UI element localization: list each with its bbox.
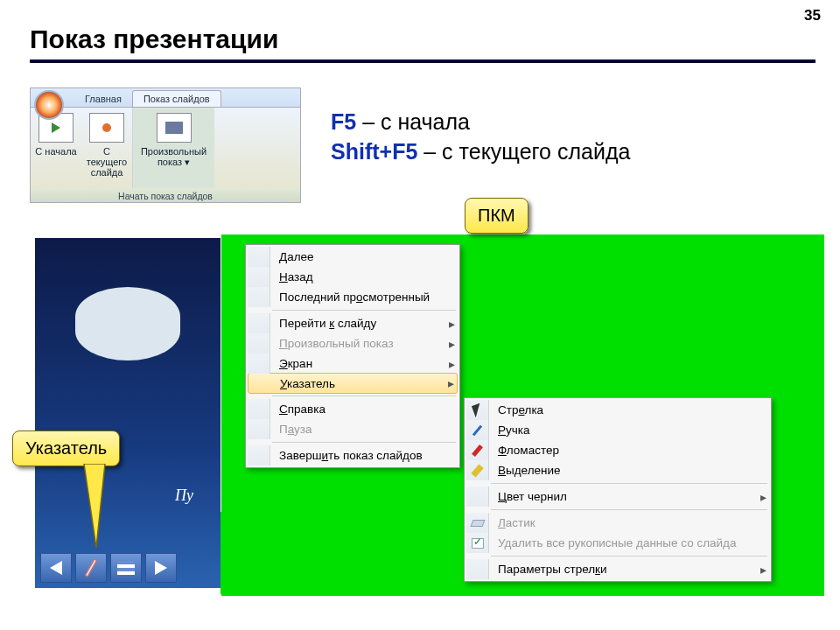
office-button-icon[interactable] <box>34 90 64 120</box>
erase-all-icon <box>466 533 489 553</box>
ptr-ink-label: Цвет чернил <box>489 490 757 503</box>
ctx-end[interactable]: Завершить показ слайдов <box>248 445 458 466</box>
ctx-icon-blank <box>248 333 270 354</box>
ribbon-screenshot: Главная Показ слайдов С начала С текущег… <box>30 88 301 203</box>
callout-pointer: Указатель <box>12 430 120 466</box>
page-number: 35 <box>804 7 821 24</box>
submenu-arrow-icon: ▸ <box>757 563 769 577</box>
ptr-arrow-opts[interactable]: Параметры стрелки ▸ <box>466 559 769 579</box>
title-block: Показ презентации <box>30 24 816 63</box>
from-current-icon <box>89 113 124 143</box>
context-menu: Далее Назад Последний просмотренный Пере… <box>245 244 460 468</box>
arrow-right-icon <box>155 561 167 575</box>
submenu-arrow-icon: ▸ <box>444 376 457 390</box>
ctx-back-label: Назад <box>270 270 458 284</box>
ctx-screen[interactable]: Экран ▸ <box>248 354 458 374</box>
ptr-felt-label: Фломастер <box>489 444 769 457</box>
highlighter-icon <box>466 460 489 480</box>
ctx-icon-blank <box>248 419 270 439</box>
pen-icon <box>85 558 97 577</box>
btn-custom-show[interactable]: Произвольный показ ▾ <box>132 108 214 188</box>
eraser-icon <box>466 513 489 533</box>
ptr-eraser-label: Ластик <box>489 516 769 529</box>
nav-next-button[interactable] <box>145 553 177 583</box>
ptr-arrow-opts-label: Параметры стрелки <box>489 563 757 576</box>
ptr-sep <box>491 556 767 556</box>
custom-show-icon <box>157 113 192 143</box>
green-overlay-mid <box>220 512 466 594</box>
kb-shift-f5: Shift+F5 <box>331 139 417 164</box>
ctx-sep <box>272 396 456 396</box>
tab-slideshow[interactable]: Показ слайдов <box>132 90 221 107</box>
ctx-back[interactable]: Назад <box>248 267 458 287</box>
from-current-label: С текущего слайда <box>83 146 130 178</box>
slide-image <box>75 287 180 360</box>
pointer-submenu: Стрелка Ручка Фломастер Выделение Цвет ч… <box>464 397 772 582</box>
ctx-icon-blank <box>248 313 270 333</box>
ptr-pen-label: Ручка <box>489 424 769 437</box>
ctx-goto-label: Перейти к слайду <box>270 317 445 330</box>
submenu-arrow-icon: ▸ <box>445 357 458 371</box>
ctx-end-label: Завершить показ слайдов <box>270 449 458 462</box>
ptr-highlight[interactable]: Выделение <box>466 460 769 480</box>
ctx-sep <box>272 442 456 443</box>
ctx-pause-label: Пауза <box>270 423 458 436</box>
ctx-sep <box>272 310 456 311</box>
tab-home[interactable]: Главная <box>74 91 132 107</box>
slide-nav-bar <box>40 553 177 583</box>
submenu-arrow-icon: ▸ <box>445 317 458 331</box>
ptr-felt[interactable]: Фломастер <box>466 440 769 460</box>
btn-from-start[interactable]: С начала <box>31 108 81 188</box>
ctx-pause: Пауза <box>248 419 458 439</box>
ctx-help-label: Справка <box>270 402 458 416</box>
pen-icon <box>466 420 489 440</box>
slide-sub-fragment: Пу <box>175 486 193 505</box>
ctx-pointer-label: Указатель <box>271 377 444 390</box>
ctx-icon-blank <box>248 374 271 393</box>
ctx-screen-label: Экран <box>270 357 445 370</box>
ctx-pointer[interactable]: Указатель ▸ <box>248 373 458 394</box>
ctx-goto[interactable]: Перейти к слайду ▸ <box>248 313 458 333</box>
ctx-icon-blank <box>248 445 270 466</box>
ptr-erase-all: Удалить все рукописные данные со слайда <box>466 533 769 553</box>
title-underline <box>30 60 816 63</box>
ctx-icon-blank <box>466 559 489 579</box>
kb-f5-text: – с начала <box>356 109 470 134</box>
kb-shift-f5-text: – с текущего слайда <box>417 139 630 164</box>
ctx-next-label: Далее <box>270 250 458 263</box>
btn-from-current[interactable]: С текущего слайда <box>81 108 132 188</box>
nav-menu-button[interactable] <box>110 553 142 583</box>
custom-show-label: Произвольный показ ▾ <box>135 146 213 168</box>
submenu-arrow-icon: ▸ <box>757 490 769 504</box>
ribbon-group-label: Начать показ слайдов <box>31 188 300 203</box>
ptr-erase-all-label: Удалить все рукописные данные со слайда <box>489 536 769 550</box>
ctx-icon-blank <box>248 287 270 307</box>
ctx-icon-blank <box>248 399 270 419</box>
slide-preview: НКТ Пу <box>35 238 220 588</box>
cursor-icon <box>466 400 489 420</box>
ptr-arrow-label: Стрелка <box>489 403 769 416</box>
nav-prev-button[interactable] <box>40 553 72 583</box>
ctx-next[interactable]: Далее <box>248 247 458 267</box>
ctx-custom-show: Произвольный показ ▸ <box>248 333 458 354</box>
kb-f5: F5 <box>331 109 356 134</box>
ptr-high-label: Выделение <box>489 464 769 477</box>
from-start-label: С начала <box>32 146 80 157</box>
ptr-pen[interactable]: Ручка <box>466 420 769 440</box>
shortcut-lines: F5 – с начала Shift+F5 – с текущего слай… <box>331 107 630 166</box>
ptr-sep <box>491 483 767 484</box>
callout-pkm: ПКМ <box>465 198 528 234</box>
ctx-icon-blank <box>248 247 270 267</box>
ctx-custom-label: Произвольный показ <box>270 337 445 350</box>
ctx-icon-blank <box>466 486 489 507</box>
ctx-last-viewed[interactable]: Последний просмотренный <box>248 287 458 307</box>
submenu-arrow-icon: ▸ <box>445 337 458 351</box>
ptr-arrow[interactable]: Стрелка <box>466 400 769 420</box>
ctx-icon-blank <box>248 267 270 287</box>
menu-icon <box>117 561 135 575</box>
arrow-left-icon <box>50 561 62 575</box>
ctx-last-label: Последний просмотренный <box>270 290 458 304</box>
nav-pen-button[interactable] <box>75 553 107 583</box>
ctx-help[interactable]: Справка <box>248 399 458 419</box>
ptr-ink-color[interactable]: Цвет чернил ▸ <box>466 486 769 507</box>
